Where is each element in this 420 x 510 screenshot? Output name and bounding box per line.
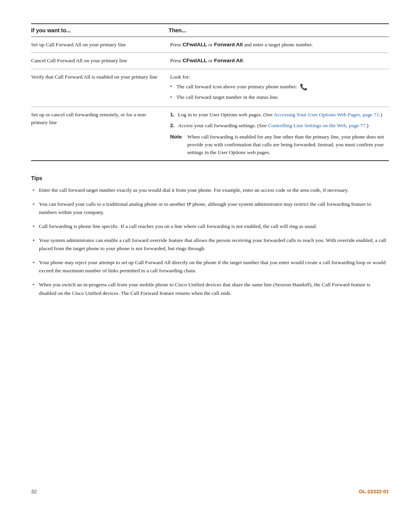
tips-section: Tips Enter the call forward target numbe…: [31, 175, 389, 297]
page-wrapper: If you want to... Then... Set up Call Fo…: [31, 23, 389, 297]
step-1-link[interactable]: Accessing Your User Options Web Pages, p…: [274, 112, 379, 117]
cfwdall-bold-2: CFwdALL: [182, 58, 207, 63]
tip-item-1: Enter the call forward target number exa…: [31, 186, 389, 195]
main-table: If you want to... Then... Set up Call Fo…: [31, 23, 389, 161]
row-then-remote: 1. Log in to your User Options web pages…: [167, 107, 389, 161]
footer-page-number: 32: [31, 489, 37, 494]
verify-bullet-list: The call forward icon above your primary…: [170, 82, 384, 101]
table-header-row: If you want to... Then...: [31, 24, 389, 37]
step-2-link[interactable]: Controlling Line Settings on the Web, pa…: [268, 123, 366, 128]
table-row: Cancel Call Forward All on your primary …: [31, 53, 389, 69]
cfwdall-bold-1: CFwdALL: [182, 42, 207, 47]
remote-step-2: 2. Access your call forwarding settings.…: [170, 122, 384, 130]
tip-item-2: You can forward your calls to a traditio…: [31, 200, 389, 217]
tips-list: Enter the call forward target number exa…: [31, 186, 389, 297]
call-forward-phone-icon: 📞: [300, 82, 308, 92]
verify-bullet-2: The call forward target number in the st…: [170, 93, 384, 101]
step-1-text: Log in to your User Options web pages. (…: [178, 112, 382, 117]
note-label: Note: [170, 133, 184, 141]
col-then-header: Then...: [167, 24, 389, 37]
footer-doc-number: OL-22332-01: [359, 489, 389, 494]
note-row: Note When call forwarding is enabled for…: [170, 133, 384, 157]
tip-item-5: Your phone may reject your attempt to se…: [31, 258, 389, 275]
row-if-cancel: Cancel Call Forward All on your primary …: [31, 53, 167, 69]
row-then-verify: Look for: The call forward icon above yo…: [167, 69, 389, 107]
row-then-cancel: Press CFwdALL or Forward All.: [167, 53, 389, 69]
table-row: Set up Call Forward All on your primary …: [31, 37, 389, 53]
verify-bullet-1-text: The call forward icon above your primary…: [177, 84, 298, 89]
row-if-verify: Verify that Call Forward All is enabled …: [31, 69, 167, 107]
tip-item-3: Call forwarding is phone line specific. …: [31, 222, 389, 231]
tip-item-6: When you switch an in-progress call from…: [31, 280, 389, 297]
look-for-text: Look for:: [170, 73, 384, 81]
tip-item-4: Your system administrator can enable a c…: [31, 236, 389, 253]
remote-steps-list: 1. Log in to your User Options web pages…: [170, 111, 384, 130]
row-then-setup: Press CFwdALL or Forward All and enter a…: [167, 37, 389, 53]
verify-bullet-1: The call forward icon above your primary…: [170, 82, 384, 92]
col-if-header: If you want to...: [31, 24, 167, 37]
step-num-2: 2.: [170, 122, 175, 130]
page-footer: 32 OL-22332-01: [31, 489, 389, 494]
tips-title: Tips: [31, 175, 389, 181]
forward-all-bold-2: Forward All: [214, 58, 243, 63]
table-row: Verify that Call Forward All is enabled …: [31, 69, 389, 107]
row-if-remote: Set up or cancel call forwarding remotel…: [31, 107, 167, 161]
step-num-1: 1.: [170, 111, 175, 119]
verify-bullet-2-text: The call forward target number in the st…: [177, 94, 279, 100]
forward-all-bold-1: Forward All: [214, 42, 243, 47]
step-2-text: Access your call forwarding settings. (S…: [178, 123, 369, 128]
remote-step-1: 1. Log in to your User Options web pages…: [170, 111, 384, 119]
row-if-setup: Set up Call Forward All on your primary …: [31, 37, 167, 53]
table-row: Set up or cancel call forwarding remotel…: [31, 107, 389, 161]
note-text: When call forwarding is enabled for any …: [187, 133, 384, 157]
